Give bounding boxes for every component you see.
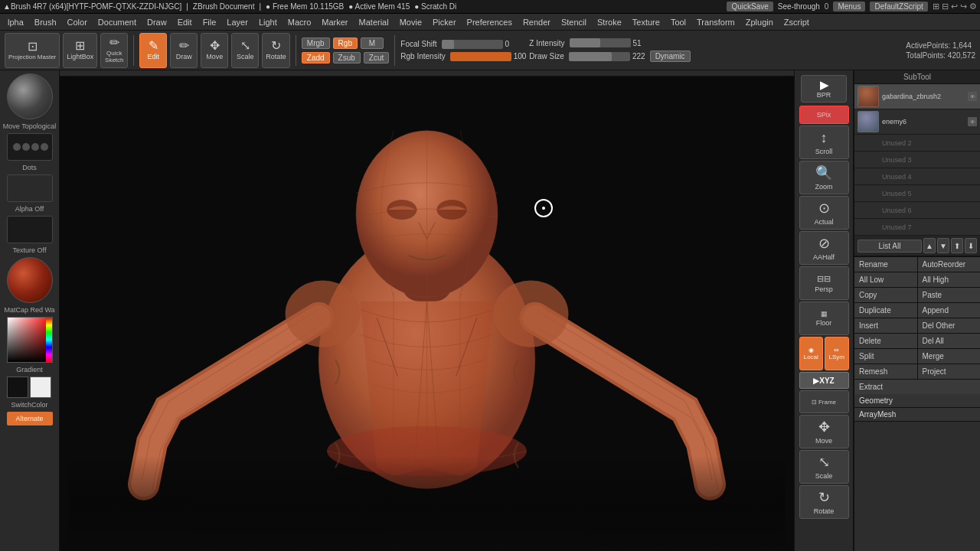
model-viewport[interactable] — [60, 77, 794, 551]
menu-preferences[interactable]: Preferences — [462, 16, 517, 28]
aahalf-btn[interactable]: ⊘ AAHalf — [799, 231, 849, 265]
subtool-unused5[interactable]: Unused 5 — [854, 185, 980, 202]
subtool-item-gabardina[interactable]: gabardina_zbrush2 👁 — [854, 84, 980, 109]
move-btn[interactable]: ✥ Move — [201, 33, 228, 68]
list-all-btn[interactable]: List All — [858, 240, 922, 253]
canvas-area[interactable] — [60, 70, 794, 551]
mrgb-btn[interactable]: Mrgb — [302, 37, 330, 49]
zadd-btn[interactable]: Zadd — [302, 52, 330, 64]
menu-macro[interactable]: Macro — [283, 16, 316, 28]
zsub-btn[interactable]: Zsub — [333, 52, 361, 64]
del-all-btn[interactable]: Del All — [918, 334, 981, 348]
subtool-unused4[interactable]: Unused 4 — [854, 168, 980, 185]
menu-color[interactable]: Color — [63, 16, 92, 28]
subtool-vis-gabardina[interactable]: 👁 — [968, 92, 977, 101]
menu-zscript[interactable]: Zscript — [779, 16, 814, 28]
rgb-intensity-slider[interactable] — [450, 52, 511, 61]
texture-preview[interactable] — [7, 216, 53, 243]
rotate-tool-btn[interactable]: ↻ Rotate — [799, 485, 849, 519]
list-down-arrow[interactable]: ▼ — [937, 238, 949, 253]
floor-btn[interactable]: ▦ Floor — [799, 302, 849, 335]
remesh-btn[interactable]: Remesh — [854, 364, 917, 379]
list-up-arrow[interactable]: ▲ — [923, 238, 936, 253]
quick-sketch-btn[interactable]: ✏ QuickSketch — [100, 33, 128, 68]
menu-movie[interactable]: Movie — [395, 16, 426, 28]
dynamic-btn[interactable]: Dynamic — [650, 51, 691, 62]
projection-master-btn[interactable]: ⊡ Projection Master — [5, 33, 60, 68]
menu-light[interactable]: Light — [254, 16, 282, 28]
stroke-preview[interactable] — [7, 133, 53, 161]
menu-edit[interactable]: Edit — [173, 16, 197, 28]
subtool-item-enemy6[interactable]: enemy6 👁 — [854, 109, 980, 135]
menu-tool[interactable]: Tool — [666, 16, 691, 28]
alpha-preview[interactable] — [7, 174, 53, 202]
rotate-btn[interactable]: ↻ Rotate — [262, 33, 290, 68]
subtool-unused7[interactable]: Unused 7 — [854, 219, 980, 236]
subtool-unused2[interactable]: Unused 2 — [854, 135, 980, 152]
matcap-preview[interactable] — [7, 257, 53, 303]
paste-btn[interactable]: Paste — [918, 288, 981, 302]
actual-btn[interactable]: ⊙ Actual — [799, 196, 849, 230]
menu-stencil[interactable]: Stencil — [557, 16, 591, 28]
alternate-btn[interactable]: Alternate — [7, 412, 53, 425]
menu-transform[interactable]: Transform — [692, 16, 740, 28]
menu-brush[interactable]: Brush — [30, 16, 61, 28]
menu-alpha[interactable]: lpha — [3, 16, 28, 28]
rgb-btn[interactable]: Rgb — [333, 37, 358, 49]
lightbox-btn[interactable]: ⊞ LightBox — [63, 33, 97, 68]
draw-btn[interactable]: ✏ Draw — [170, 33, 198, 68]
duplicate-btn[interactable]: Duplicate — [854, 303, 917, 318]
scroll-btn[interactable]: ↕ Scroll — [799, 126, 849, 159]
scale-btn[interactable]: ⤡ Scale — [231, 33, 259, 68]
array-mesh-section[interactable]: ArrayMesh — [854, 408, 980, 422]
persp-btn[interactable]: ⊟⊟ Persp — [799, 266, 849, 300]
menu-file[interactable]: File — [198, 16, 221, 28]
lsym-btn[interactable]: ⇔ LSym — [825, 337, 849, 370]
menu-texture[interactable]: Texture — [628, 16, 665, 28]
insert-btn[interactable]: Insert — [854, 318, 917, 333]
z-intensity-slider[interactable] — [570, 38, 631, 47]
quicksave-btn[interactable]: QuickSave — [727, 2, 773, 11]
subtool-vis-enemy6[interactable]: 👁 — [968, 117, 977, 126]
menu-layer[interactable]: Layer — [222, 16, 253, 28]
append-btn[interactable]: Append — [918, 303, 981, 318]
delete-btn[interactable]: Delete — [854, 334, 917, 348]
swatch-black[interactable] — [7, 377, 28, 398]
menu-stroke[interactable]: Stroke — [593, 16, 626, 28]
canvas-inner[interactable] — [60, 77, 794, 551]
all-high-btn[interactable]: All High — [918, 272, 981, 287]
del-other-btn[interactable]: Del Other — [918, 318, 981, 333]
frame-btn[interactable]: ⊡ Frame — [799, 390, 849, 413]
local-btn[interactable]: ◉ Local — [799, 337, 824, 370]
split-btn[interactable]: Split — [854, 349, 917, 364]
xyz-btn[interactable]: ▶XYZ — [799, 372, 849, 389]
menu-zplugin[interactable]: Zplugin — [741, 16, 778, 28]
project-btn[interactable]: Project — [918, 364, 981, 379]
menu-render[interactable]: Render — [518, 16, 555, 28]
material-preview[interactable] — [7, 73, 53, 119]
merge-btn[interactable]: Merge — [918, 349, 981, 364]
rename-btn[interactable]: Rename — [854, 257, 917, 272]
list-move-up[interactable]: ⬆ — [951, 238, 963, 253]
color-picker[interactable] — [7, 317, 53, 363]
scale-tool-btn[interactable]: ⤡ Scale — [799, 450, 849, 484]
move-tool-btn[interactable]: ✥ Move — [799, 415, 849, 448]
subtool-unused3[interactable]: Unused 3 — [854, 152, 980, 168]
zoom-btn[interactable]: 🔍 Zoom — [799, 161, 849, 194]
seethrough-btn[interactable]: See-through — [778, 2, 820, 11]
menu-document[interactable]: Document — [93, 16, 141, 28]
draw-size-slider[interactable] — [569, 52, 630, 61]
spix-btn[interactable]: SPix — [799, 106, 849, 124]
swatch-white[interactable] — [30, 377, 51, 398]
copy-btn[interactable]: Copy — [854, 288, 917, 302]
list-move-down[interactable]: ⬇ — [965, 238, 977, 253]
geometry-section[interactable]: Geometry — [854, 394, 980, 408]
bpr-btn[interactable]: ▶ BPR — [801, 75, 847, 103]
m-btn[interactable]: M — [361, 37, 384, 49]
menu-material[interactable]: Material — [354, 16, 394, 28]
auto-reorder-btn[interactable]: AutoReorder — [918, 257, 981, 272]
edit-btn[interactable]: ✎ Edit — [139, 33, 167, 68]
all-low-btn[interactable]: All Low — [854, 272, 917, 287]
menus-btn[interactable]: Menus — [833, 2, 865, 11]
subtool-unused6[interactable]: Unused 6 — [854, 202, 980, 219]
